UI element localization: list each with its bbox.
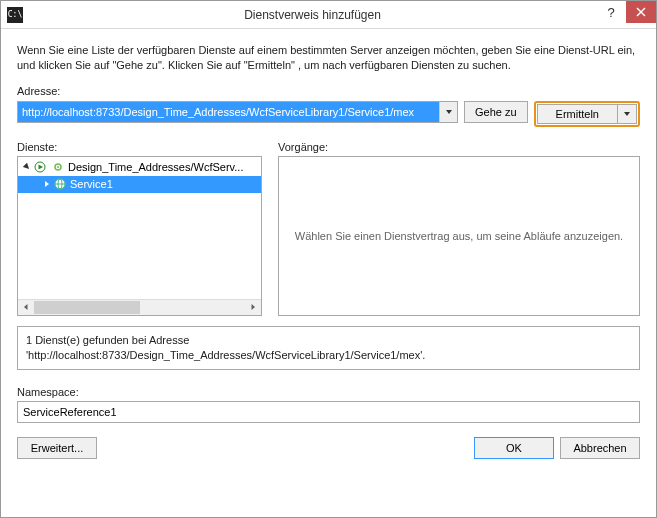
- services-column: Dienste: Des: [17, 141, 262, 316]
- columns: Dienste: Des: [17, 141, 640, 316]
- services-label: Dienste:: [17, 141, 262, 153]
- gear-icon: [51, 160, 65, 174]
- cancel-button[interactable]: Abbrechen: [560, 437, 640, 459]
- collapse-icon[interactable]: [22, 163, 32, 171]
- system-icon: C:\: [7, 7, 23, 23]
- expand-icon[interactable]: [42, 180, 52, 188]
- go-button[interactable]: Gehe zu: [464, 101, 528, 123]
- help-button[interactable]: ?: [596, 1, 626, 23]
- scroll-right-button[interactable]: [245, 300, 261, 315]
- operations-label: Vorgänge:: [278, 141, 640, 153]
- globe-icon: [53, 177, 67, 191]
- svg-point-8: [57, 166, 59, 168]
- tree-root-item[interactable]: Design_Time_Addresses/WcfServ...: [18, 159, 261, 176]
- service-play-icon: [33, 160, 47, 174]
- horizontal-scrollbar[interactable]: [18, 299, 261, 315]
- operations-column: Vorgänge: Wählen Sie einen Dienstvertrag…: [278, 141, 640, 316]
- address-dropdown-button[interactable]: [439, 102, 457, 122]
- window-title: Dienstverweis hinzufügen: [29, 8, 596, 22]
- discover-button-group: Ermitteln: [534, 101, 640, 127]
- svg-marker-4: [23, 163, 31, 171]
- tree-child-label: Service1: [70, 178, 113, 190]
- svg-marker-6: [39, 165, 44, 170]
- svg-marker-2: [446, 110, 452, 114]
- dialog-content: Wenn Sie eine Liste der verfügbaren Dien…: [1, 29, 656, 517]
- status-line-1: 1 Dienst(e) gefunden bei Adresse: [26, 334, 189, 346]
- discover-dropdown-button[interactable]: [617, 104, 637, 124]
- operations-placeholder: Wählen Sie einen Dienstvertrag aus, um s…: [279, 157, 639, 315]
- dialog-footer: Erweitert... OK Abbrechen: [17, 437, 640, 459]
- advanced-button[interactable]: Erweitert...: [17, 437, 97, 459]
- discover-button[interactable]: Ermitteln: [537, 104, 617, 124]
- intro-text: Wenn Sie eine Liste der verfügbaren Dien…: [17, 43, 640, 73]
- status-box: 1 Dienst(e) gefunden bei Adresse 'http:/…: [17, 326, 640, 371]
- operations-list[interactable]: Wählen Sie einen Dienstvertrag aus, um s…: [278, 156, 640, 316]
- address-label: Adresse:: [17, 85, 640, 97]
- dialog-window: C:\ Dienstverweis hinzufügen ? Wenn Sie …: [0, 0, 657, 518]
- ok-button[interactable]: OK: [474, 437, 554, 459]
- svg-marker-9: [45, 181, 49, 187]
- titlebar: C:\ Dienstverweis hinzufügen ?: [1, 1, 656, 29]
- namespace-input[interactable]: [17, 401, 640, 423]
- close-button[interactable]: [626, 1, 656, 23]
- tree-child-item[interactable]: Service1: [18, 176, 261, 193]
- namespace-area: Namespace:: [17, 386, 640, 423]
- address-combo[interactable]: http://localhost:8733/Design_Time_Addres…: [17, 101, 458, 123]
- status-line-2: 'http://localhost:8733/Design_Time_Addre…: [26, 349, 425, 361]
- address-input[interactable]: http://localhost:8733/Design_Time_Addres…: [18, 102, 439, 122]
- svg-marker-3: [624, 112, 630, 116]
- address-row: http://localhost:8733/Design_Time_Addres…: [17, 101, 640, 127]
- tree-root-label: Design_Time_Addresses/WcfServ...: [68, 161, 243, 173]
- svg-marker-14: [24, 304, 28, 310]
- scroll-left-button[interactable]: [18, 300, 34, 315]
- window-controls: ?: [596, 1, 656, 28]
- services-tree[interactable]: Design_Time_Addresses/WcfServ... Service…: [17, 156, 262, 316]
- svg-marker-15: [252, 304, 256, 310]
- namespace-label: Namespace:: [17, 386, 640, 398]
- scroll-track[interactable]: [34, 300, 245, 315]
- scroll-thumb[interactable]: [34, 301, 140, 314]
